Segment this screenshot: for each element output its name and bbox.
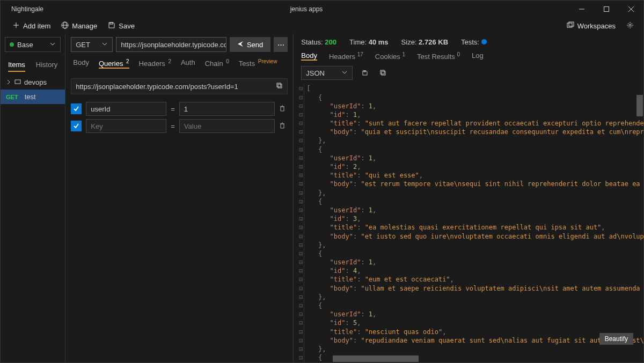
http-method-select[interactable]: GET xyxy=(71,37,113,52)
tab-response-cookies[interactable]: Cookies 1 xyxy=(375,51,405,61)
json-line: ⊟ }, xyxy=(299,293,643,301)
delete-param-button[interactable] xyxy=(279,105,288,113)
more-button[interactable]: ⋯ xyxy=(274,37,288,52)
maximize-button[interactable] xyxy=(594,1,619,18)
json-line: ⊟ "userId": 1, xyxy=(299,310,643,318)
svg-rect-11 xyxy=(569,22,574,26)
tab-body[interactable]: Body xyxy=(73,58,89,69)
tab-test-results[interactable]: Test Results 0 xyxy=(417,51,460,61)
format-select[interactable]: JSON xyxy=(301,66,353,80)
json-line: ⊟ { xyxy=(299,301,643,310)
add-item-button[interactable]: Add item xyxy=(7,18,56,33)
tree-folder-devops[interactable]: devops xyxy=(1,75,65,90)
send-icon xyxy=(237,41,244,49)
svg-rect-14 xyxy=(278,84,282,88)
size-label: Size: 2.726 KB xyxy=(401,38,448,46)
manage-button[interactable]: Manage xyxy=(56,18,103,33)
json-line: ⊟ "id": 4, xyxy=(299,266,643,275)
json-line: ⊟ "title": "sunt aut facere repellat pro… xyxy=(299,119,643,128)
param-key-input[interactable]: userId xyxy=(86,102,166,116)
json-line: ⊟ "userId": 1, xyxy=(299,206,643,214)
response-json-view[interactable]: ⊟[⊟ {⊟ "userId": 1,⊟ "id": 1,⊟ "title": … xyxy=(294,84,643,362)
tree-folder-label: devops xyxy=(24,78,47,86)
environment-select[interactable]: Base xyxy=(5,37,61,52)
json-line: ⊟ }, xyxy=(299,241,643,249)
status-label: Status: 200 xyxy=(301,38,336,46)
save-label: Save xyxy=(119,22,135,30)
environment-dot-icon xyxy=(10,42,14,47)
tab-response-headers[interactable]: Headers 17 xyxy=(329,51,363,61)
param-value-input[interactable]: 1 xyxy=(179,102,275,116)
tab-items[interactable]: Items xyxy=(8,58,25,72)
json-line: ⊟[ xyxy=(299,84,643,93)
json-line: ⊟ "userId": 1, xyxy=(299,154,643,162)
workspaces-label: Workspaces xyxy=(577,22,616,30)
horizontal-scrollbar[interactable] xyxy=(333,355,635,362)
json-line: ⊟ { xyxy=(299,249,643,258)
tab-auth[interactable]: Auth xyxy=(181,58,195,69)
delete-param-button[interactable] xyxy=(279,122,288,130)
tab-headers[interactable]: Headers 2 xyxy=(139,58,171,69)
send-button[interactable]: Send xyxy=(230,37,270,52)
json-line: ⊟ { xyxy=(299,93,643,102)
request-method-tag: GET xyxy=(6,94,18,100)
copy-response-button[interactable] xyxy=(377,67,389,79)
save-response-button[interactable] xyxy=(359,67,371,79)
beautify-button[interactable]: Beautify xyxy=(599,333,633,345)
param-checkbox[interactable] xyxy=(71,103,82,114)
tab-response-body[interactable]: Body xyxy=(301,51,317,61)
param-checkbox[interactable] xyxy=(71,121,82,131)
send-label: Send xyxy=(247,41,263,49)
copy-url-button[interactable] xyxy=(276,83,283,91)
http-method-label: GET xyxy=(76,41,90,49)
response-panel: Status: 200 Time: 40 ms Size: 2.726 KB T… xyxy=(294,34,643,362)
settings-button[interactable] xyxy=(621,18,639,33)
tree-request-test[interactable]: GET test xyxy=(1,90,65,104)
tab-chain[interactable]: Chain 0 xyxy=(205,58,229,69)
url-input[interactable]: https://jsonplaceholder.typicode.com/pos… xyxy=(116,37,226,52)
tests-label: Tests: xyxy=(461,38,487,46)
svg-rect-18 xyxy=(380,70,384,74)
save-button[interactable]: Save xyxy=(103,18,140,33)
vertical-scrollbar[interactable] xyxy=(636,94,643,351)
chevron-right-icon xyxy=(6,78,11,86)
json-line: ⊟ "userId": 1, xyxy=(299,102,643,110)
param-value-input[interactable]: Value xyxy=(179,119,275,133)
json-line: ⊟ }, xyxy=(299,345,643,353)
svg-rect-13 xyxy=(15,80,20,84)
manage-label: Manage xyxy=(72,22,97,30)
full-url-text: https://jsonplaceholder.typicode.com/pos… xyxy=(76,83,238,91)
chevron-down-icon xyxy=(341,69,348,77)
save-icon xyxy=(108,21,115,31)
format-label: JSON xyxy=(306,69,325,77)
workspaces-button[interactable]: Workspaces xyxy=(561,18,621,33)
svg-rect-17 xyxy=(382,71,385,75)
minimize-button[interactable] xyxy=(569,1,594,18)
time-label: Time: 40 ms xyxy=(349,38,389,46)
json-line: ⊟ "userId": 1, xyxy=(299,362,643,362)
folder-icon xyxy=(14,78,21,86)
svg-rect-15 xyxy=(277,83,281,87)
tab-log[interactable]: Log xyxy=(472,51,484,61)
json-line: ⊟ { xyxy=(299,197,643,206)
json-line: ⊟ "body": "et iusto sed quo iure\nvolupt… xyxy=(299,232,643,241)
environment-label: Base xyxy=(17,41,33,49)
titlebar: Nightingale jenius apps xyxy=(1,1,643,18)
chevron-down-icon xyxy=(101,41,108,49)
json-line: ⊟ "body": "est rerum tempore vitae\nsequ… xyxy=(299,180,643,188)
param-row: Key=Value xyxy=(71,119,288,133)
json-line: ⊟ { xyxy=(299,145,643,154)
tab-tests[interactable]: Tests Preview xyxy=(239,58,277,69)
close-button[interactable] xyxy=(619,1,643,18)
svg-rect-10 xyxy=(567,23,572,27)
json-line: ⊟ "title": "qui est esse", xyxy=(299,171,643,180)
tab-history[interactable]: History xyxy=(36,58,57,72)
equals-icon: = xyxy=(171,122,175,130)
svg-rect-9 xyxy=(110,23,113,24)
globe-icon xyxy=(61,21,69,31)
param-key-input[interactable]: Key xyxy=(86,119,166,133)
tab-queries[interactable]: Queries 2 xyxy=(99,58,129,69)
toolbar: Add item Manage Save Workspaces xyxy=(1,18,643,34)
app-name: Nightingale xyxy=(1,5,43,13)
json-line: ⊟ "id": 1, xyxy=(299,110,643,119)
